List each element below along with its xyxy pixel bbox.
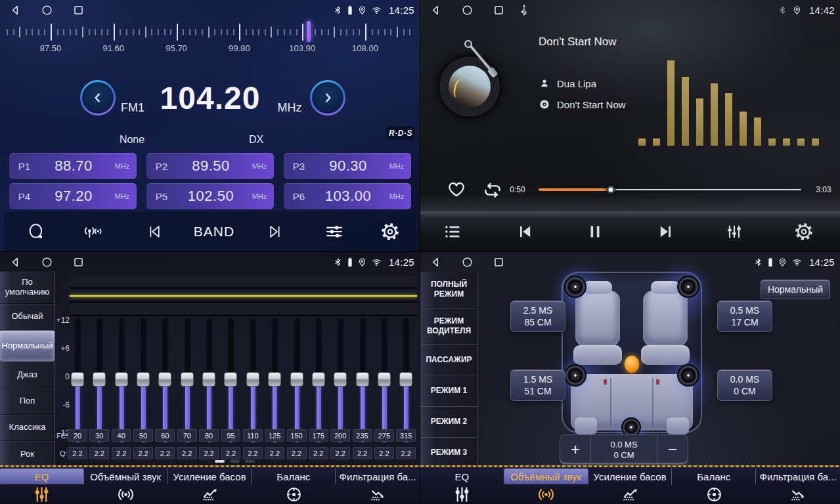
nav-home-icon[interactable] (41, 4, 53, 16)
preset-button[interactable]: P188.70MHz (9, 153, 137, 179)
eq-band-slider[interactable] (355, 316, 370, 442)
listening-mode-item[interactable]: РЕЖИМ 1 (420, 375, 477, 406)
band-button[interactable]: BAND (194, 224, 234, 240)
eq-band-slider[interactable] (267, 316, 282, 442)
eq-band-slider[interactable] (311, 316, 326, 442)
rear-right-speaker[interactable] (677, 364, 699, 387)
eq-preset-item[interactable]: Обычай (0, 304, 55, 330)
preset-button[interactable]: P497.20MHz (9, 183, 137, 209)
slider-thumb[interactable] (158, 372, 171, 387)
seek-thumb[interactable] (607, 186, 615, 194)
eq-band-slider[interactable] (223, 316, 238, 442)
slider-thumb[interactable] (334, 372, 347, 387)
tune-up-button[interactable] (310, 80, 345, 116)
nav-back-icon[interactable] (430, 256, 442, 268)
eq-band-slider[interactable] (399, 316, 413, 442)
eq-preset-item[interactable]: Джаз (0, 362, 55, 388)
nav-back-icon[interactable] (430, 4, 442, 16)
broadcast-dx-icon[interactable] (81, 222, 104, 241)
settings-gear-icon[interactable] (380, 222, 400, 242)
slider-thumb[interactable] (399, 372, 412, 387)
preset-button[interactable]: P6103.00MHz (284, 183, 411, 209)
slider-thumb[interactable] (290, 372, 303, 387)
listening-position-dot[interactable] (625, 356, 639, 373)
tab-bass-boost[interactable]: Усиление басов (168, 467, 252, 504)
slider-thumb[interactable] (202, 372, 215, 387)
tab-filter[interactable]: Фильтрация ба... (756, 467, 840, 504)
listening-mode-item[interactable]: ПАССАЖИР (420, 345, 477, 375)
eq-band-slider[interactable] (92, 316, 106, 442)
settings-gear-icon[interactable] (794, 222, 814, 242)
eq-preset-item[interactable]: Нормальный (0, 330, 55, 362)
slider-thumb[interactable] (181, 372, 194, 387)
surround-preset-button[interactable]: Нормальный (761, 280, 830, 299)
playlist-icon[interactable] (443, 222, 462, 241)
front-left-delay[interactable]: 2.5 MS 85 CM (510, 301, 565, 332)
nav-recents-icon[interactable] (72, 4, 85, 16)
tune-down-button[interactable] (80, 80, 116, 116)
eq-band-slider[interactable] (180, 316, 194, 442)
preset-button[interactable]: P5102.50MHz (146, 183, 274, 209)
frequency-scale[interactable]: 87.5091.6095.7099.80103.90108.00 (0, 22, 420, 56)
slider-thumb[interactable] (71, 372, 84, 387)
tab-filter[interactable]: Фильтрация ба... (336, 467, 420, 504)
tab-eq-sliders[interactable]: EQ (0, 467, 84, 504)
tab-balance[interactable]: Баланс (672, 467, 756, 504)
front-right-speaker[interactable] (677, 276, 699, 298)
slider-thumb[interactable] (224, 372, 237, 387)
front-left-speaker[interactable] (564, 276, 586, 298)
repeat-icon[interactable] (482, 180, 503, 201)
slider-thumb[interactable] (93, 372, 106, 387)
listening-mode-item[interactable]: РЕЖИМ 2 (420, 407, 477, 438)
previous-track-icon[interactable] (516, 222, 534, 241)
tab-balance[interactable]: Баланс (252, 467, 336, 504)
slider-thumb[interactable] (356, 372, 369, 387)
nav-home-icon[interactable] (461, 256, 474, 268)
listening-mode-item[interactable]: РЕЖИМ ВОДИТЕЛЯ (420, 308, 477, 345)
eq-band-slider[interactable] (158, 316, 172, 442)
next-track-icon[interactable] (657, 222, 675, 241)
rear-left-delay[interactable]: 1.5 MS 51 CM (510, 369, 565, 401)
eq-band-slider[interactable] (136, 316, 150, 442)
listening-mode-item[interactable]: ПОЛНЫЙ РЕЖИМ (420, 272, 477, 308)
eq-preset-item[interactable]: Рок (0, 441, 55, 467)
tab-bass-boost[interactable]: Усиление басов (588, 467, 673, 504)
slider-thumb[interactable] (115, 372, 128, 387)
tab-surround[interactable]: Объёмный звук (84, 467, 168, 504)
eq-settings-icon[interactable] (325, 222, 344, 242)
pause-icon[interactable] (586, 223, 604, 240)
slider-thumb[interactable] (246, 372, 259, 387)
eq-band-slider[interactable] (290, 316, 304, 442)
eq-band-slider[interactable] (202, 316, 216, 442)
eq-preset-item[interactable]: Классика (0, 415, 55, 441)
tab-surround[interactable]: Объёмный звук (504, 467, 588, 504)
rear-right-delay[interactable]: 0.0 MS 0 CM (717, 369, 772, 401)
slider-thumb[interactable] (312, 372, 325, 387)
slider-thumb[interactable] (378, 372, 391, 387)
previous-station-icon[interactable] (146, 223, 164, 241)
seek-bar[interactable] (539, 185, 801, 194)
nav-recents-icon[interactable] (493, 256, 505, 268)
delay-increase-button[interactable]: + (560, 435, 590, 464)
eq-band-slider[interactable] (333, 316, 347, 442)
eq-preset-item[interactable]: Поп (0, 388, 55, 415)
tab-eq-sliders[interactable]: EQ (420, 467, 504, 504)
eq-band-slider[interactable] (246, 316, 260, 442)
nav-back-icon[interactable] (9, 4, 22, 16)
slider-thumb[interactable] (268, 372, 281, 387)
mixer-sliders-icon[interactable] (725, 222, 743, 241)
eq-band-slider[interactable] (114, 316, 129, 442)
front-right-delay[interactable]: 0.5 MS 17 CM (717, 301, 772, 332)
slider-thumb[interactable] (137, 372, 150, 387)
preset-button[interactable]: P390.30MHz (284, 153, 411, 179)
nav-home-icon[interactable] (461, 4, 474, 16)
nav-recents-icon[interactable] (493, 4, 505, 16)
next-station-icon[interactable] (267, 223, 284, 241)
nav-back-icon[interactable] (9, 256, 22, 268)
eq-band-slider[interactable] (70, 316, 85, 442)
delay-decrease-button[interactable]: − (657, 435, 688, 464)
listening-mode-item[interactable]: РЕЖИМ 3 (420, 438, 477, 469)
rear-left-speaker[interactable] (564, 364, 586, 387)
nav-recents-icon[interactable] (72, 256, 85, 268)
preset-button[interactable]: P289.50MHz (146, 153, 274, 179)
